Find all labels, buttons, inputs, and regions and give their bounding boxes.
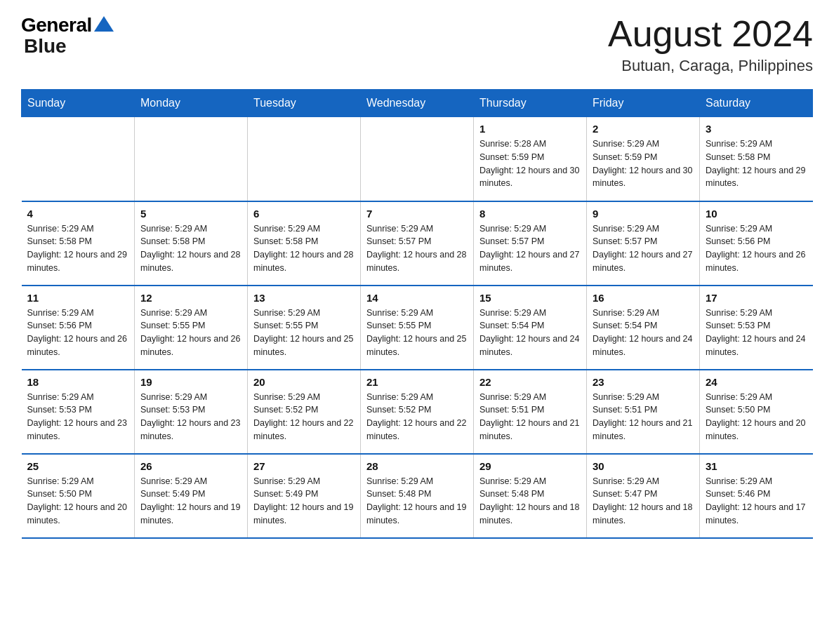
day-info: Sunrise: 5:29 AMSunset: 5:53 PMDaylight:… [706,307,807,359]
day-info: Sunrise: 5:29 AMSunset: 5:53 PMDaylight:… [140,391,241,443]
calendar-cell [135,117,248,201]
calendar-cell: 8Sunrise: 5:29 AMSunset: 5:57 PMDaylight… [474,201,587,286]
day-number: 17 [706,292,807,304]
calendar-cell: 20Sunrise: 5:29 AMSunset: 5:52 PMDayligh… [248,370,361,454]
day-info: Sunrise: 5:29 AMSunset: 5:55 PMDaylight:… [253,307,355,359]
day-number: 26 [140,460,241,472]
day-number: 27 [253,460,355,472]
title-block: August 2024 Butuan, Caraga, Philippines [608,14,813,75]
calendar-cell: 9Sunrise: 5:29 AMSunset: 5:57 PMDaylight… [587,201,700,286]
header-thursday: Thursday [474,90,587,117]
calendar-cell: 3Sunrise: 5:29 AMSunset: 5:58 PMDaylight… [700,117,813,201]
day-number: 14 [366,292,468,304]
day-number: 25 [27,460,129,472]
day-info: Sunrise: 5:29 AMSunset: 5:58 PMDaylight:… [253,222,355,275]
day-number: 28 [366,460,468,472]
day-info: Sunrise: 5:29 AMSunset: 5:59 PMDaylight:… [593,137,694,190]
calendar-cell: 12Sunrise: 5:29 AMSunset: 5:55 PMDayligh… [135,286,248,370]
calendar-cell: 29Sunrise: 5:29 AMSunset: 5:48 PMDayligh… [474,454,587,538]
day-info: Sunrise: 5:29 AMSunset: 5:56 PMDaylight:… [27,307,129,359]
calendar-table: SundayMondayTuesdayWednesdayThursdayFrid… [21,89,813,539]
week-row-3: 11Sunrise: 5:29 AMSunset: 5:56 PMDayligh… [22,286,813,370]
calendar-cell: 4Sunrise: 5:29 AMSunset: 5:58 PMDaylight… [22,201,135,286]
day-number: 20 [253,376,355,388]
day-number: 4 [27,208,129,220]
page-header: General Blue August 2024 Butuan, Caraga,… [21,14,813,75]
day-info: Sunrise: 5:29 AMSunset: 5:52 PMDaylight:… [253,391,355,443]
day-info: Sunrise: 5:29 AMSunset: 5:48 PMDaylight:… [366,475,468,528]
header-wednesday: Wednesday [361,90,474,117]
calendar-cell [248,117,361,201]
calendar-cell [361,117,474,201]
calendar-cell: 28Sunrise: 5:29 AMSunset: 5:48 PMDayligh… [361,454,474,538]
day-number: 13 [253,292,355,304]
header-monday: Monday [135,90,248,117]
calendar-cell: 6Sunrise: 5:29 AMSunset: 5:58 PMDaylight… [248,201,361,286]
day-number: 29 [479,460,581,472]
logo-blue-text: Blue [24,35,67,58]
day-info: Sunrise: 5:29 AMSunset: 5:47 PMDaylight:… [593,475,694,528]
day-number: 8 [479,208,581,220]
header-sunday: Sunday [22,90,135,117]
day-info: Sunrise: 5:29 AMSunset: 5:49 PMDaylight:… [253,475,355,528]
day-info: Sunrise: 5:29 AMSunset: 5:46 PMDaylight:… [706,475,807,528]
calendar-cell: 26Sunrise: 5:29 AMSunset: 5:49 PMDayligh… [135,454,248,538]
day-info: Sunrise: 5:29 AMSunset: 5:52 PMDaylight:… [366,391,468,443]
calendar-body: 1Sunrise: 5:28 AMSunset: 5:59 PMDaylight… [22,117,813,538]
day-number: 7 [366,208,468,220]
day-number: 11 [27,292,129,304]
day-number: 24 [706,376,807,388]
calendar-cell [22,117,135,201]
calendar-cell: 10Sunrise: 5:29 AMSunset: 5:56 PMDayligh… [700,201,813,286]
calendar-cell: 19Sunrise: 5:29 AMSunset: 5:53 PMDayligh… [135,370,248,454]
day-number: 1 [479,123,581,135]
day-info: Sunrise: 5:29 AMSunset: 5:48 PMDaylight:… [479,475,581,528]
calendar-cell: 16Sunrise: 5:29 AMSunset: 5:54 PMDayligh… [587,286,700,370]
day-info: Sunrise: 5:29 AMSunset: 5:56 PMDaylight:… [706,222,807,275]
day-number: 6 [253,208,355,220]
day-number: 12 [140,292,241,304]
day-info: Sunrise: 5:29 AMSunset: 5:57 PMDaylight:… [479,222,581,275]
day-info: Sunrise: 5:29 AMSunset: 5:51 PMDaylight:… [479,391,581,443]
day-number: 22 [479,376,581,388]
logo-triangle-icon [94,16,114,32]
calendar-cell: 27Sunrise: 5:29 AMSunset: 5:49 PMDayligh… [248,454,361,538]
week-row-4: 18Sunrise: 5:29 AMSunset: 5:53 PMDayligh… [22,370,813,454]
header-row: SundayMondayTuesdayWednesdayThursdayFrid… [22,90,813,117]
day-number: 21 [366,376,468,388]
header-friday: Friday [587,90,700,117]
calendar-cell: 25Sunrise: 5:29 AMSunset: 5:50 PMDayligh… [22,454,135,538]
logo: General Blue [21,14,114,58]
day-info: Sunrise: 5:29 AMSunset: 5:58 PMDaylight:… [706,137,807,190]
calendar-cell: 13Sunrise: 5:29 AMSunset: 5:55 PMDayligh… [248,286,361,370]
calendar-cell: 5Sunrise: 5:29 AMSunset: 5:58 PMDaylight… [135,201,248,286]
calendar-cell: 2Sunrise: 5:29 AMSunset: 5:59 PMDaylight… [587,117,700,201]
page-subtitle: Butuan, Caraga, Philippines [608,57,813,75]
week-row-5: 25Sunrise: 5:29 AMSunset: 5:50 PMDayligh… [22,454,813,538]
day-info: Sunrise: 5:29 AMSunset: 5:55 PMDaylight:… [366,307,468,359]
day-info: Sunrise: 5:29 AMSunset: 5:57 PMDaylight:… [366,222,468,275]
day-info: Sunrise: 5:29 AMSunset: 5:50 PMDaylight:… [27,475,129,528]
day-info: Sunrise: 5:29 AMSunset: 5:53 PMDaylight:… [27,391,129,443]
day-number: 2 [593,123,694,135]
day-number: 23 [593,376,694,388]
day-number: 5 [140,208,241,220]
calendar-cell: 30Sunrise: 5:29 AMSunset: 5:47 PMDayligh… [587,454,700,538]
day-info: Sunrise: 5:29 AMSunset: 5:51 PMDaylight:… [593,391,694,443]
day-info: Sunrise: 5:29 AMSunset: 5:54 PMDaylight:… [479,307,581,359]
day-info: Sunrise: 5:29 AMSunset: 5:57 PMDaylight:… [593,222,694,275]
calendar-cell: 18Sunrise: 5:29 AMSunset: 5:53 PMDayligh… [22,370,135,454]
calendar-header: SundayMondayTuesdayWednesdayThursdayFrid… [22,90,813,117]
week-row-2: 4Sunrise: 5:29 AMSunset: 5:58 PMDaylight… [22,201,813,286]
day-number: 30 [593,460,694,472]
day-number: 9 [593,208,694,220]
day-info: Sunrise: 5:29 AMSunset: 5:58 PMDaylight:… [27,222,129,275]
day-number: 18 [27,376,129,388]
day-number: 15 [479,292,581,304]
calendar-cell: 17Sunrise: 5:29 AMSunset: 5:53 PMDayligh… [700,286,813,370]
day-info: Sunrise: 5:29 AMSunset: 5:50 PMDaylight:… [706,391,807,443]
calendar-cell: 31Sunrise: 5:29 AMSunset: 5:46 PMDayligh… [700,454,813,538]
calendar-cell: 15Sunrise: 5:29 AMSunset: 5:54 PMDayligh… [474,286,587,370]
day-number: 31 [706,460,807,472]
day-number: 16 [593,292,694,304]
